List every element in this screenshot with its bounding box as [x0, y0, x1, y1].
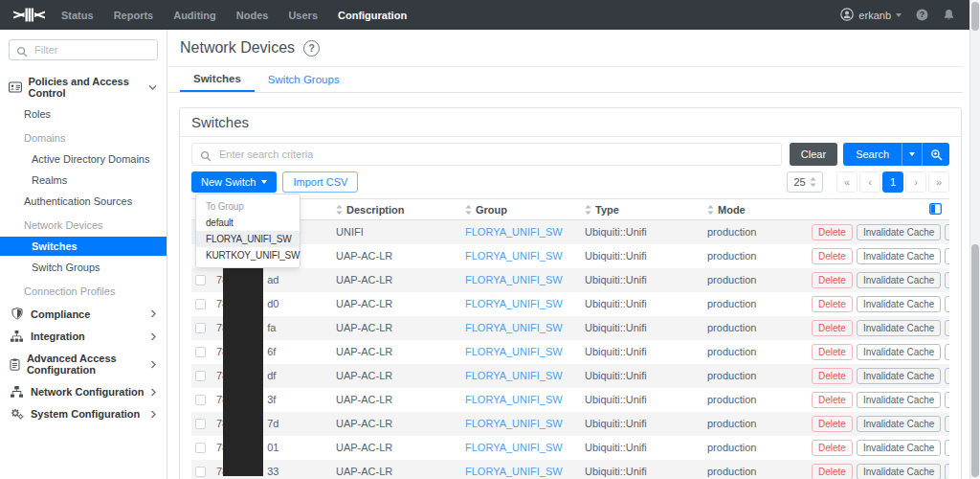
clone-button[interactable]: Clone [945, 344, 949, 360]
table-row[interactable]: 7801UAP-AC-LRFLORYA_UNIFI_SWUbiquiti::Un… [191, 436, 949, 460]
table-row[interactable]: 78d0UAP-AC-LRFLORYA_UNIFI_SWUbiquiti::Un… [191, 292, 949, 316]
scrollbar-thumb[interactable] [971, 2, 979, 31]
sidebar-item-switch-groups[interactable]: Switch Groups [0, 258, 167, 277]
dropdown-item-florya_unifi_sw[interactable]: FLORYA_UNIFI_SW [196, 231, 300, 247]
delete-button[interactable]: Delete [812, 248, 853, 264]
sidebar-filter-input[interactable] [9, 39, 158, 60]
group-link[interactable]: FLORYA_UNIFI_SW [465, 346, 563, 357]
sidebar-item-switches[interactable]: Switches [0, 237, 167, 256]
dropdown-item-kurtkoy_unifi_sw[interactable]: KURTKOY_UNIFI_SW [196, 247, 300, 263]
nav-item-users[interactable]: Users [288, 10, 318, 21]
delete-button[interactable]: Delete [812, 272, 853, 288]
invalidate-cache-button[interactable]: Invalidate Cache [857, 368, 942, 384]
nav-item-nodes[interactable]: Nodes [236, 10, 269, 21]
clone-button[interactable]: Clone [945, 248, 949, 264]
row-checkbox[interactable] [195, 419, 206, 429]
clone-button[interactable]: Clone [945, 440, 949, 456]
pagination-button[interactable]: » [928, 171, 949, 193]
row-checkbox[interactable] [195, 299, 206, 309]
clone-button[interactable]: Clone [945, 392, 949, 408]
invalidate-cache-button[interactable]: Invalidate Cache [857, 248, 942, 264]
sidebar-item-realms[interactable]: Realms [0, 171, 167, 190]
sidebar-item-connection-profiles[interactable]: Connection Profiles [0, 282, 167, 301]
columns-picker-icon[interactable] [929, 203, 942, 215]
tab-switches[interactable]: Switches [180, 67, 255, 92]
clear-button[interactable]: Clear [790, 143, 837, 166]
invalidate-cache-button[interactable]: Invalidate Cache [857, 272, 942, 288]
invalidate-cache-button[interactable]: Invalidate Cache [857, 296, 942, 312]
delete-button[interactable]: Delete [812, 368, 853, 384]
new-switch-button[interactable]: New Switch [191, 171, 277, 193]
table-row[interactable]: 78faUAP-AC-LRFLORYA_UNIFI_SWUbiquiti::Un… [191, 316, 949, 340]
group-link[interactable]: FLORYA_UNIFI_SW [465, 394, 563, 405]
table-row[interactable]: 78UNIFIFLORYA_UNIFI_SWUbiquiti::Unifipro… [191, 220, 949, 244]
pagination-button[interactable]: ‹ [859, 171, 880, 193]
sidebar-item-authentication-sources[interactable]: Authentication Sources [0, 192, 167, 211]
per-page-select[interactable]: 25 [787, 171, 823, 193]
clone-button[interactable]: Clone [945, 368, 949, 384]
pagination-button[interactable]: › [905, 171, 926, 193]
nav-item-auditing[interactable]: Auditing [173, 10, 216, 21]
clone-button[interactable]: Clone [945, 224, 949, 240]
table-row[interactable]: 78dfUAP-AC-LRFLORYA_UNIFI_SWUbiquiti::Un… [191, 364, 949, 388]
search-criteria-input[interactable] [191, 143, 782, 166]
clone-button[interactable]: Clone [945, 296, 949, 312]
row-checkbox[interactable] [195, 323, 206, 333]
invalidate-cache-button[interactable]: Invalidate Cache [857, 344, 942, 360]
table-row[interactable]: 7833UAP-AC-LRFLORYA_UNIFI_SWUbiquiti::Un… [191, 460, 949, 479]
table-row[interactable]: 78adUAP-AC-LRFLORYA_UNIFI_SWUbiquiti::Un… [191, 268, 949, 292]
table-row[interactable]: 786fUAP-AC-LRFLORYA_UNIFI_SWUbiquiti::Un… [191, 340, 949, 364]
import-csv-button[interactable]: Import CSV [282, 171, 358, 193]
row-checkbox[interactable] [195, 443, 206, 453]
sidebar-item-network-configuration[interactable]: Network Configuration [0, 382, 167, 401]
tab-switch-groups[interactable]: Switch Groups [255, 67, 353, 92]
group-link[interactable]: FLORYA_UNIFI_SW [465, 418, 563, 429]
column-type[interactable]: Type [581, 199, 703, 220]
row-checkbox[interactable] [195, 347, 206, 357]
clone-button[interactable]: Clone [945, 416, 949, 432]
invalidate-cache-button[interactable]: Invalidate Cache [857, 416, 942, 432]
delete-button[interactable]: Delete [812, 464, 853, 479]
pagination-button[interactable]: 1 [882, 171, 903, 193]
search-dropdown-toggle[interactable] [902, 143, 922, 166]
group-link[interactable]: FLORYA_UNIFI_SW [465, 442, 563, 453]
delete-button[interactable]: Delete [812, 320, 853, 336]
delete-button[interactable]: Delete [812, 344, 853, 360]
delete-button[interactable]: Delete [812, 296, 853, 312]
group-link[interactable]: FLORYA_UNIFI_SW [465, 466, 563, 477]
group-link[interactable]: FLORYA_UNIFI_SW [465, 298, 563, 309]
nav-item-configuration[interactable]: Configuration [338, 10, 407, 21]
notifications-bell-icon[interactable] [943, 9, 955, 21]
pagination-button[interactable]: « [836, 171, 858, 193]
group-link[interactable]: FLORYA_UNIFI_SW [465, 370, 563, 381]
row-checkbox[interactable] [195, 467, 206, 477]
delete-button[interactable]: Delete [812, 440, 853, 456]
delete-button[interactable]: Delete [812, 224, 853, 240]
column-group[interactable]: Group [461, 199, 581, 220]
group-link[interactable]: FLORYA_UNIFI_SW [465, 322, 563, 333]
nav-item-reports[interactable]: Reports [114, 10, 154, 21]
invalidate-cache-button[interactable]: Invalidate Cache [857, 320, 942, 336]
group-link[interactable]: FLORYA_UNIFI_SW [465, 274, 563, 285]
scrollbar[interactable] [969, 0, 980, 479]
invalidate-cache-button[interactable]: Invalidate Cache [857, 392, 942, 408]
clone-button[interactable]: Clone [945, 320, 949, 336]
help-icon[interactable]: ? [916, 9, 928, 21]
sidebar-item-active-directory-domains[interactable]: Active Directory Domains [0, 149, 167, 169]
sidebar-item-compliance[interactable]: Compliance [0, 304, 167, 324]
table-row[interactable]: 787dUAP-AC-LRFLORYA_UNIFI_SWUbiquiti::Un… [191, 412, 949, 436]
table-row[interactable]: 783fUAP-AC-LRFLORYA_UNIFI_SWUbiquiti::Un… [191, 388, 949, 412]
column-description[interactable]: Description [332, 199, 461, 220]
nav-item-status[interactable]: Status [61, 10, 94, 21]
search-button[interactable]: Search [843, 143, 902, 166]
group-link[interactable]: FLORYA_UNIFI_SW [465, 226, 563, 238]
clone-button[interactable]: Clone [945, 272, 949, 288]
column-mode[interactable]: Mode [703, 199, 804, 220]
invalidate-cache-button[interactable]: Invalidate Cache [857, 464, 942, 479]
sidebar-item-system-configuration[interactable]: System Configuration [0, 404, 167, 423]
sidebar-item-integration[interactable]: Integration [0, 327, 167, 346]
row-checkbox[interactable] [195, 395, 206, 405]
row-checkbox[interactable] [195, 275, 206, 285]
sidebar-item-roles[interactable]: Roles [0, 104, 167, 124]
page-help-icon[interactable]: ? [303, 40, 320, 57]
